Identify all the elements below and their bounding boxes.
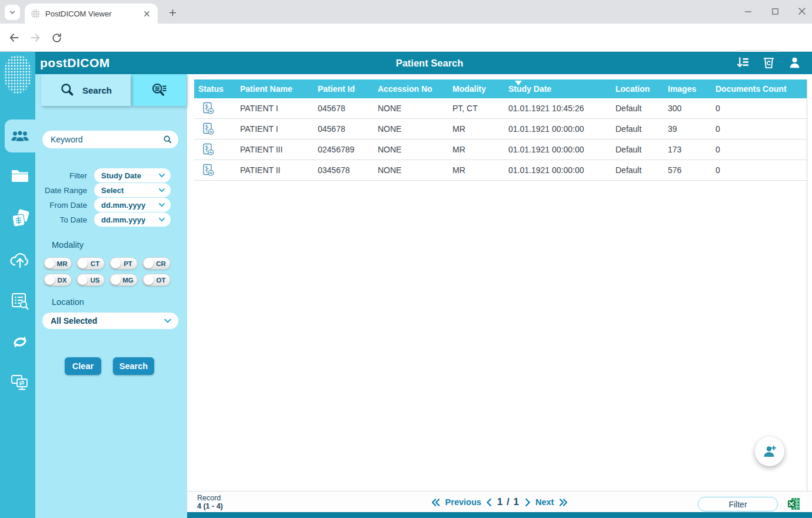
cell-patient-id: 0345678 bbox=[314, 165, 374, 175]
modality-toggle-pt[interactable]: PT bbox=[109, 257, 138, 270]
col-accession-no[interactable]: Accession No bbox=[374, 84, 448, 94]
tab-close-icon[interactable] bbox=[141, 8, 152, 19]
sort-queue-button[interactable] bbox=[735, 55, 751, 71]
cell-location: Default bbox=[611, 145, 664, 154]
bottom-accent-bar bbox=[187, 512, 812, 518]
tab-search-button[interactable] bbox=[5, 5, 20, 20]
next-link[interactable]: Next bbox=[535, 497, 554, 507]
toggle-knob bbox=[78, 275, 88, 285]
location-label: Location bbox=[52, 297, 84, 307]
sort-queue-icon bbox=[736, 55, 750, 70]
table-scrollbar[interactable] bbox=[807, 79, 807, 491]
modality-toggle-mr[interactable]: MR bbox=[44, 257, 72, 270]
maximize-button[interactable] bbox=[768, 5, 781, 18]
from-date-select[interactable]: dd.mm.yyyy bbox=[94, 198, 171, 212]
chevron-down-icon bbox=[158, 201, 166, 209]
clear-button[interactable]: Clear bbox=[65, 357, 101, 375]
status-report-icon bbox=[201, 101, 215, 115]
sidebar-item-sync[interactable] bbox=[5, 328, 35, 356]
col-documents-count[interactable]: Documents Count bbox=[711, 84, 807, 94]
cell-documents-count: 0 bbox=[711, 165, 807, 175]
filter-select[interactable]: Study Date bbox=[94, 168, 171, 182]
results-area: Status Patient Name Patient Id Accession… bbox=[187, 74, 812, 518]
table-body: PATIENT I 045678 NONE PT, CT 01.01.1921 … bbox=[194, 98, 807, 181]
table-row[interactable]: PATIENT II 0345678 NONE MR 01.01.1921 00… bbox=[194, 160, 807, 181]
location-select[interactable]: All Selected bbox=[42, 313, 178, 329]
cell-location: Default bbox=[611, 124, 664, 134]
brand-logo-icon bbox=[2, 53, 34, 95]
remote-devices-icon bbox=[10, 374, 30, 393]
table-row[interactable]: PATIENT I 045678 NONE PT, CT 01.01.1921 … bbox=[194, 98, 807, 119]
col-patient-id[interactable]: Patient Id bbox=[314, 84, 374, 94]
sidebar-item-devices[interactable] bbox=[5, 369, 35, 397]
worklist-search-icon bbox=[11, 291, 29, 310]
browser-tab[interactable]: PostDICOM Viewer bbox=[25, 4, 158, 24]
forward-button[interactable] bbox=[28, 31, 42, 45]
cell-images: 173 bbox=[664, 145, 711, 154]
add-patient-icon bbox=[761, 443, 778, 460]
sidebar-item-folders[interactable] bbox=[5, 162, 35, 190]
account-button[interactable] bbox=[787, 55, 803, 71]
col-location[interactable]: Location bbox=[611, 84, 664, 94]
export-excel-button[interactable] bbox=[787, 497, 800, 513]
modality-toggle-ot[interactable]: OT bbox=[142, 274, 171, 286]
modality-toggle-us[interactable]: US bbox=[76, 274, 105, 286]
col-modality[interactable]: Modality bbox=[448, 84, 504, 94]
add-patient-button[interactable] bbox=[755, 437, 784, 466]
date-range-select[interactable]: Select bbox=[94, 183, 171, 197]
previous-link[interactable]: Previous bbox=[445, 497, 481, 507]
new-tab-button[interactable] bbox=[166, 6, 179, 19]
cell-accession-no: NONE bbox=[374, 165, 448, 175]
col-patient-name[interactable]: Patient Name bbox=[236, 84, 314, 94]
keyword-field[interactable] bbox=[42, 131, 178, 148]
cell-modality: MR bbox=[448, 165, 504, 175]
to-date-select[interactable]: dd.mm.yyyy bbox=[94, 212, 171, 227]
col-images[interactable]: Images bbox=[664, 84, 711, 94]
sidebar-item-worklist[interactable] bbox=[5, 287, 35, 315]
previous-page-icon[interactable] bbox=[486, 498, 492, 507]
patients-icon bbox=[10, 128, 30, 144]
back-button[interactable] bbox=[7, 31, 21, 45]
search-button[interactable]: Search bbox=[113, 357, 154, 375]
sidebar-item-patients[interactable] bbox=[5, 119, 35, 152]
next-page-icon[interactable] bbox=[524, 498, 531, 507]
tab-advanced-search[interactable] bbox=[132, 74, 187, 106]
cell-modality: MR bbox=[448, 145, 504, 154]
chevron-down-icon bbox=[8, 8, 16, 16]
modality-toggle-dx[interactable]: DX bbox=[44, 274, 72, 286]
toggle-knob bbox=[45, 258, 55, 268]
cloud-upload-icon bbox=[9, 251, 31, 268]
toggle-knob bbox=[45, 275, 55, 285]
cell-study-date: 01.01.1921 00:00:00 bbox=[504, 124, 611, 134]
col-study-date[interactable]: Study Date bbox=[504, 84, 611, 94]
page-title: Patient Search bbox=[47, 58, 812, 69]
tab-basic-search[interactable]: Search bbox=[41, 74, 131, 106]
recycle-bin-button[interactable] bbox=[761, 55, 777, 71]
col-status[interactable]: Status bbox=[194, 84, 236, 94]
cell-images: 39 bbox=[664, 124, 711, 134]
filter-button[interactable]: Filter bbox=[698, 497, 778, 512]
minimize-button[interactable] bbox=[741, 5, 754, 18]
reload-button[interactable] bbox=[49, 31, 64, 45]
modality-toggle-mg[interactable]: MG bbox=[109, 274, 138, 286]
sync-icon bbox=[11, 333, 29, 351]
sidebar-item-upload[interactable] bbox=[5, 245, 35, 274]
excel-icon bbox=[787, 497, 800, 510]
toggle-knob bbox=[111, 258, 121, 268]
sidebar-item-studies[interactable] bbox=[5, 204, 35, 233]
cell-status bbox=[194, 122, 236, 136]
modality-toggle-cr[interactable]: CR bbox=[142, 257, 171, 270]
first-page-icon[interactable] bbox=[431, 498, 441, 507]
advanced-search-icon bbox=[151, 82, 168, 98]
tab-title: PostDICOM Viewer bbox=[45, 9, 137, 18]
last-page-icon[interactable] bbox=[558, 498, 568, 507]
modality-toggle-ct[interactable]: CT bbox=[76, 257, 105, 270]
table-row[interactable]: PATIENT III 02456789 NONE MR 01.01.1921 … bbox=[194, 140, 807, 160]
cell-status bbox=[194, 142, 236, 157]
to-date-label: To Date bbox=[35, 215, 94, 224]
table-row[interactable]: PATIENT I 045678 NONE MR 01.01.1921 00:0… bbox=[194, 119, 807, 140]
close-button[interactable] bbox=[796, 5, 808, 18]
keyword-input[interactable] bbox=[51, 135, 163, 144]
table-header: Status Patient Name Patient Id Accession… bbox=[194, 79, 807, 98]
cell-accession-no: NONE bbox=[374, 145, 448, 154]
